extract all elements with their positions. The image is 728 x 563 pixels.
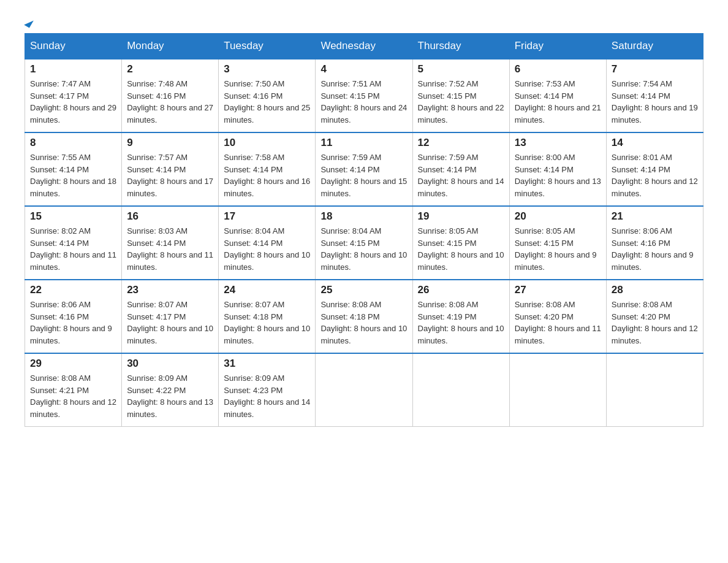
calendar-day-cell: 2 Sunrise: 7:48 AM Sunset: 4:16 PM Dayli… bbox=[122, 59, 219, 132]
calendar-day-cell: 26 Sunrise: 8:08 AM Sunset: 4:19 PM Dayl… bbox=[412, 280, 509, 353]
calendar-day-cell: 27 Sunrise: 8:08 AM Sunset: 4:20 PM Dayl… bbox=[509, 280, 606, 353]
calendar-day-cell: 28 Sunrise: 8:08 AM Sunset: 4:20 PM Dayl… bbox=[606, 280, 703, 353]
day-info: Sunrise: 8:08 AM Sunset: 4:20 PM Dayligh… bbox=[612, 299, 698, 347]
day-info: Sunrise: 8:09 AM Sunset: 4:23 PM Dayligh… bbox=[224, 372, 310, 420]
day-info: Sunrise: 7:55 AM Sunset: 4:14 PM Dayligh… bbox=[30, 151, 116, 199]
day-number: 30 bbox=[127, 358, 213, 370]
day-number: 23 bbox=[127, 284, 213, 296]
weekday-header-cell: Tuesday bbox=[219, 34, 316, 59]
calendar-day-cell: 25 Sunrise: 8:08 AM Sunset: 4:18 PM Dayl… bbox=[316, 280, 412, 353]
day-number: 13 bbox=[515, 137, 601, 149]
calendar-day-cell bbox=[316, 353, 412, 427]
day-number: 8 bbox=[30, 137, 116, 149]
day-info: Sunrise: 8:06 AM Sunset: 4:16 PM Dayligh… bbox=[612, 225, 698, 273]
day-number: 24 bbox=[224, 284, 310, 296]
calendar-day-cell: 18 Sunrise: 8:04 AM Sunset: 4:15 PM Dayl… bbox=[316, 206, 412, 280]
day-info: Sunrise: 8:00 AM Sunset: 4:14 PM Dayligh… bbox=[515, 151, 601, 199]
day-number: 12 bbox=[418, 137, 504, 149]
calendar-day-cell bbox=[606, 353, 703, 427]
calendar-day-cell: 13 Sunrise: 8:00 AM Sunset: 4:14 PM Dayl… bbox=[509, 132, 606, 206]
day-number: 6 bbox=[515, 63, 601, 75]
weekday-header-cell: Saturday bbox=[606, 34, 703, 59]
day-number: 17 bbox=[224, 210, 310, 223]
calendar-week-row: 22 Sunrise: 8:06 AM Sunset: 4:16 PM Dayl… bbox=[25, 280, 703, 353]
day-number: 5 bbox=[418, 63, 504, 75]
day-number: 4 bbox=[320, 63, 407, 75]
calendar-day-cell: 19 Sunrise: 8:05 AM Sunset: 4:15 PM Dayl… bbox=[412, 206, 509, 280]
calendar-day-cell bbox=[412, 353, 509, 427]
day-info: Sunrise: 7:48 AM Sunset: 4:16 PM Dayligh… bbox=[127, 78, 213, 126]
calendar-week-row: 8 Sunrise: 7:55 AM Sunset: 4:14 PM Dayli… bbox=[25, 132, 703, 206]
day-number: 11 bbox=[320, 137, 407, 149]
day-number: 18 bbox=[320, 210, 407, 223]
day-info: Sunrise: 8:04 AM Sunset: 4:15 PM Dayligh… bbox=[320, 225, 407, 273]
day-info: Sunrise: 7:58 AM Sunset: 4:14 PM Dayligh… bbox=[224, 151, 310, 199]
day-info: Sunrise: 7:59 AM Sunset: 4:14 PM Dayligh… bbox=[418, 151, 504, 199]
weekday-header-cell: Thursday bbox=[412, 34, 509, 59]
day-number: 15 bbox=[30, 210, 116, 223]
weekday-header-cell: Wednesday bbox=[316, 34, 412, 59]
day-info: Sunrise: 8:07 AM Sunset: 4:18 PM Dayligh… bbox=[224, 299, 310, 347]
day-number: 22 bbox=[30, 284, 116, 296]
day-info: Sunrise: 7:54 AM Sunset: 4:14 PM Dayligh… bbox=[612, 78, 698, 126]
calendar-day-cell: 29 Sunrise: 8:08 AM Sunset: 4:21 PM Dayl… bbox=[25, 353, 122, 427]
day-info: Sunrise: 8:05 AM Sunset: 4:15 PM Dayligh… bbox=[515, 225, 601, 273]
calendar-day-cell: 1 Sunrise: 7:47 AM Sunset: 4:17 PM Dayli… bbox=[25, 59, 122, 132]
calendar-day-cell: 15 Sunrise: 8:02 AM Sunset: 4:14 PM Dayl… bbox=[25, 206, 122, 280]
calendar-day-cell: 11 Sunrise: 7:59 AM Sunset: 4:14 PM Dayl… bbox=[316, 132, 412, 206]
day-number: 28 bbox=[612, 284, 698, 296]
calendar-day-cell: 20 Sunrise: 8:05 AM Sunset: 4:15 PM Dayl… bbox=[509, 206, 606, 280]
calendar-day-cell: 17 Sunrise: 8:04 AM Sunset: 4:14 PM Dayl… bbox=[219, 206, 316, 280]
weekday-header: SundayMondayTuesdayWednesdayThursdayFrid… bbox=[25, 34, 703, 59]
day-number: 9 bbox=[127, 137, 213, 149]
calendar-week-row: 15 Sunrise: 8:02 AM Sunset: 4:14 PM Dayl… bbox=[25, 206, 703, 280]
day-info: Sunrise: 8:08 AM Sunset: 4:20 PM Dayligh… bbox=[515, 299, 601, 347]
calendar-day-cell: 8 Sunrise: 7:55 AM Sunset: 4:14 PM Dayli… bbox=[25, 132, 122, 206]
page-header bbox=[25, 18, 703, 27]
calendar-table: SundayMondayTuesdayWednesdayThursdayFrid… bbox=[25, 33, 703, 427]
calendar-day-cell: 10 Sunrise: 7:58 AM Sunset: 4:14 PM Dayl… bbox=[219, 132, 316, 206]
day-number: 3 bbox=[224, 63, 310, 75]
day-info: Sunrise: 7:47 AM Sunset: 4:17 PM Dayligh… bbox=[30, 78, 116, 126]
calendar-day-cell: 7 Sunrise: 7:54 AM Sunset: 4:14 PM Dayli… bbox=[606, 59, 703, 132]
day-info: Sunrise: 8:08 AM Sunset: 4:19 PM Dayligh… bbox=[418, 299, 504, 347]
calendar-day-cell: 22 Sunrise: 8:06 AM Sunset: 4:16 PM Dayl… bbox=[25, 280, 122, 353]
calendar-day-cell: 9 Sunrise: 7:57 AM Sunset: 4:14 PM Dayli… bbox=[122, 132, 219, 206]
day-info: Sunrise: 8:04 AM Sunset: 4:14 PM Dayligh… bbox=[224, 225, 310, 273]
day-info: Sunrise: 8:02 AM Sunset: 4:14 PM Dayligh… bbox=[30, 225, 116, 273]
day-number: 27 bbox=[515, 284, 601, 296]
day-number: 19 bbox=[418, 210, 504, 223]
day-info: Sunrise: 7:53 AM Sunset: 4:14 PM Dayligh… bbox=[515, 78, 601, 126]
calendar-day-cell: 3 Sunrise: 7:50 AM Sunset: 4:16 PM Dayli… bbox=[219, 59, 316, 132]
calendar-day-cell: 24 Sunrise: 8:07 AM Sunset: 4:18 PM Dayl… bbox=[219, 280, 316, 353]
day-info: Sunrise: 7:51 AM Sunset: 4:15 PM Dayligh… bbox=[320, 78, 407, 126]
calendar-day-cell: 16 Sunrise: 8:03 AM Sunset: 4:14 PM Dayl… bbox=[122, 206, 219, 280]
calendar-day-cell: 30 Sunrise: 8:09 AM Sunset: 4:22 PM Dayl… bbox=[122, 353, 219, 427]
day-number: 14 bbox=[612, 137, 698, 149]
day-info: Sunrise: 8:07 AM Sunset: 4:17 PM Dayligh… bbox=[127, 299, 213, 347]
day-number: 16 bbox=[127, 210, 213, 223]
calendar-week-row: 29 Sunrise: 8:08 AM Sunset: 4:21 PM Dayl… bbox=[25, 353, 703, 427]
weekday-header-cell: Sunday bbox=[25, 34, 122, 59]
calendar-day-cell: 14 Sunrise: 8:01 AM Sunset: 4:14 PM Dayl… bbox=[606, 132, 703, 206]
day-info: Sunrise: 7:52 AM Sunset: 4:15 PM Dayligh… bbox=[418, 78, 504, 126]
day-number: 1 bbox=[30, 63, 116, 75]
calendar-day-cell: 21 Sunrise: 8:06 AM Sunset: 4:16 PM Dayl… bbox=[606, 206, 703, 280]
calendar-day-cell: 4 Sunrise: 7:51 AM Sunset: 4:15 PM Dayli… bbox=[316, 59, 412, 132]
day-number: 2 bbox=[127, 63, 213, 75]
day-number: 21 bbox=[612, 210, 698, 223]
calendar-day-cell: 31 Sunrise: 8:09 AM Sunset: 4:23 PM Dayl… bbox=[219, 353, 316, 427]
day-info: Sunrise: 8:09 AM Sunset: 4:22 PM Dayligh… bbox=[127, 372, 213, 420]
day-number: 31 bbox=[224, 358, 310, 370]
day-info: Sunrise: 7:50 AM Sunset: 4:16 PM Dayligh… bbox=[224, 78, 310, 126]
day-number: 10 bbox=[224, 137, 310, 149]
day-number: 20 bbox=[515, 210, 601, 223]
calendar-day-cell bbox=[509, 353, 606, 427]
logo-triangle-icon bbox=[24, 17, 34, 28]
day-info: Sunrise: 8:05 AM Sunset: 4:15 PM Dayligh… bbox=[418, 225, 504, 273]
day-number: 26 bbox=[418, 284, 504, 296]
day-number: 7 bbox=[612, 63, 698, 75]
calendar-body: 1 Sunrise: 7:47 AM Sunset: 4:17 PM Dayli… bbox=[25, 59, 703, 427]
day-number: 29 bbox=[30, 358, 116, 370]
day-info: Sunrise: 8:06 AM Sunset: 4:16 PM Dayligh… bbox=[30, 299, 116, 347]
